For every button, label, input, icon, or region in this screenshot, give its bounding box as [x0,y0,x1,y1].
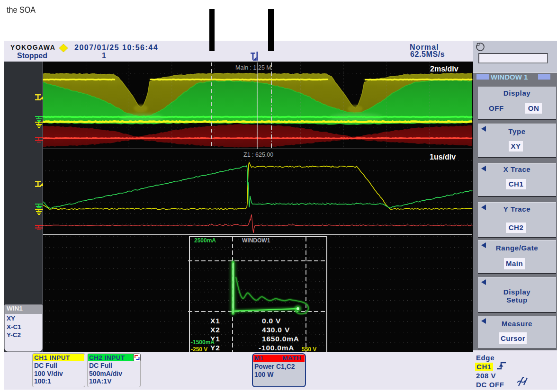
svg-text:Z1 : 625.00: Z1 : 625.00 [243,151,273,158]
svg-text:2500mA: 2500mA [194,237,216,244]
svg-text:1650.0mA: 1650.0mA [262,335,299,343]
svg-text:-100.0mA: -100.0mA [259,344,294,352]
svg-text:WINDOW1: WINDOW1 [242,237,270,244]
svg-text:0.0 V: 0.0 V [262,317,281,325]
svg-text:1us/div: 1us/div [430,153,456,161]
svg-text:550 V: 550 V [302,346,316,353]
svg-text:430.0 V: 430.0 V [262,326,290,334]
svg-text:X1: X1 [210,317,220,325]
svg-text:X2: X2 [210,326,220,334]
svg-text:-250 V: -250 V [191,346,207,353]
svg-text:2ms/div: 2ms/div [430,65,458,73]
svg-text:-1500mA: -1500mA [191,339,215,346]
svg-text:Main : 1.25 M: Main : 1.25 M [235,64,271,71]
